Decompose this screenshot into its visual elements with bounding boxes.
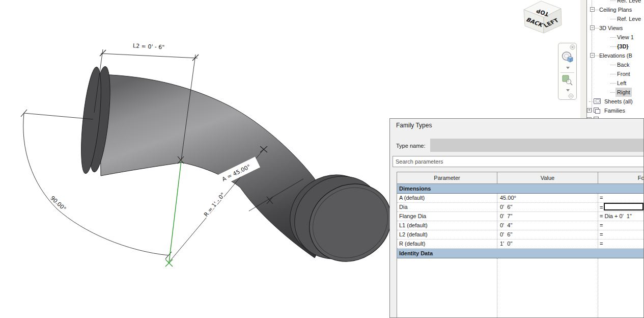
column-header-value[interactable]: Value [497, 172, 598, 183]
parameter-row-r-default: R (default)1' 0"= [397, 240, 644, 249]
project-browser-tree: Ref. Leve−Ceiling PlansRef. Leve−3D View… [587, 0, 644, 118]
parameter-value-cell[interactable]: 1' 0" [497, 240, 598, 248]
section-header-identity-data[interactable]: Identity Data [397, 249, 644, 258]
section-header-dimensions[interactable]: Dimensions [397, 184, 644, 194]
tree-item-label[interactable]: 3D Views [599, 23, 623, 33]
family-types-table: Parameter Value Formula DimensionsA (def… [397, 172, 644, 318]
tree-connector [595, 56, 599, 56]
tree-expander-collapse-icon[interactable]: − [590, 7, 595, 12]
parameter-value-cell[interactable]: 0' 4" [497, 221, 598, 230]
tree-item-3d-views[interactable]: −3D Views [587, 23, 644, 33]
parameter-formula-cell[interactable]: = [598, 240, 644, 248]
tree-connector [610, 37, 616, 38]
steering-wheel-button[interactable] [562, 51, 574, 64]
navigation-bar [558, 43, 577, 100]
search-parameters-input[interactable] [393, 156, 644, 167]
table-empty-area [397, 258, 644, 318]
tree-connector [595, 28, 599, 29]
chevron-down-icon[interactable] [566, 89, 570, 92]
tree-connector [610, 65, 616, 65]
parameter-name-cell: A (default) [397, 194, 497, 202]
tree-item-label[interactable]: Back [617, 60, 629, 69]
tree-item-right[interactable]: Right [587, 88, 644, 97]
parameter-name-cell: R (default) [397, 240, 497, 248]
tree-item-label[interactable]: Left [617, 78, 626, 88]
tree-item-label[interactable]: {3D} [617, 42, 629, 51]
tree-item-families[interactable]: +Families [587, 106, 644, 115]
parameter-row-dia: Dia0' 6"= [397, 203, 644, 212]
pan-minus-icon[interactable] [568, 93, 574, 99]
tree-item-label[interactable]: Ceiling Plans [599, 5, 632, 14]
dialog-title: Family Types [396, 122, 432, 129]
tree-item-label[interactable]: Sheets (all) [604, 97, 633, 106]
tree-connector [610, 46, 616, 47]
table-body: DimensionsA (default)45.00°=Dia0' 6"=Fla… [397, 184, 644, 318]
tree-expander-expand-icon[interactable]: + [587, 108, 592, 113]
dimension-label-radius[interactable]: R = 1' - 0" [203, 192, 227, 218]
tree-item-sheets-all[interactable]: Sheets (all) [587, 97, 644, 106]
parameter-row-l1-default: L1 (default)0' 4"= [397, 221, 644, 230]
navbar-divider [561, 72, 574, 73]
l2-tick-marks [100, 50, 199, 61]
tree-item-ceiling-plans[interactable]: −Ceiling Plans [587, 5, 644, 14]
viewcube[interactable]: TOP BACK LEFT [524, 1, 562, 33]
parameter-value-cell[interactable]: 0' 6" [497, 203, 598, 211]
tree-connector [610, 1, 616, 1]
tree-item-label[interactable]: View 1 [617, 33, 634, 42]
navbar-close-icon[interactable] [570, 44, 575, 50]
parameter-formula-cell[interactable]: = [598, 203, 644, 211]
tree-item-back[interactable]: Back [587, 60, 644, 69]
tree-item-left[interactable]: Left [587, 78, 644, 88]
parameter-name-cell: L2 (default) [397, 230, 497, 239]
parameter-formula-cell[interactable]: = [598, 230, 644, 239]
table-header-row: Parameter Value Formula [397, 172, 644, 184]
tree-connector [595, 10, 599, 10]
chevron-down-icon[interactable] [566, 67, 570, 69]
tree-item-label[interactable]: Ref. Leve [617, 14, 641, 23]
parameter-row-flange-dia: Flange Dia0' 7"= Dia + 0' 1" [397, 212, 644, 221]
tree-item-label[interactable]: Right [615, 88, 632, 97]
tree-item-label[interactable]: Elevations (B [599, 51, 632, 60]
column-header-formula[interactable]: Formula [598, 172, 644, 183]
parameter-formula-cell[interactable]: = Dia + 0' 1" [598, 212, 644, 221]
column-header-parameter[interactable]: Parameter [397, 172, 497, 183]
parameter-value-cell[interactable]: 0' 7" [497, 212, 598, 221]
tree-connector [589, 101, 593, 102]
tree-item-ref-leve[interactable]: Ref. Leve [587, 14, 644, 23]
dimension-label-l2[interactable]: L2 = 0' - 6" [133, 42, 165, 50]
tree-item-elevations-b[interactable]: −Elevations (B [587, 51, 644, 60]
parameter-row-a-default: A (default)45.00°= [397, 194, 644, 203]
empty-cell [397, 258, 497, 318]
l2-dimension-line [101, 54, 198, 58]
parameter-formula-cell[interactable]: = [598, 221, 644, 230]
tree-expander-collapse-icon[interactable]: − [590, 53, 595, 58]
zoom-region-button[interactable] [562, 75, 573, 86]
green-reference-line[interactable] [169, 161, 181, 262]
parameter-formula-cell[interactable]: = [598, 194, 644, 202]
tree-expander-collapse-icon[interactable]: − [590, 25, 595, 30]
type-name-label: Type name: [396, 143, 425, 149]
tree-item-label[interactable]: Front [617, 69, 630, 78]
formula-edit-box[interactable] [604, 203, 643, 210]
parameter-name-cell: Dia [397, 203, 497, 211]
tree-item-label[interactable]: Families [604, 106, 625, 115]
tree-connector [610, 74, 616, 74]
parameter-value-cell[interactable]: 0' 6" [497, 230, 598, 239]
parameter-name-cell: L1 (default) [397, 221, 497, 230]
tree-item-front[interactable]: Front [587, 69, 644, 78]
sheets-icon [594, 98, 601, 104]
tree-connector [610, 19, 616, 19]
tree-connector [610, 83, 616, 84]
revit-family-editor-window: L2 = 0' - 6" 90.00° R = 1' - 0" A = 45.0… [0, 0, 644, 318]
tree-item-3d[interactable]: {3D} [587, 42, 644, 51]
empty-cell [598, 258, 644, 318]
parameter-name-cell: Flange Dia [397, 212, 497, 221]
empty-cell [497, 258, 598, 318]
tree-item-label[interactable]: Ref. Leve [617, 0, 641, 5]
families-icon [594, 108, 601, 114]
type-name-field[interactable] [430, 139, 644, 152]
parameter-value-cell[interactable]: 45.00° [497, 194, 598, 202]
tree-item-view-1[interactable]: View 1 [587, 33, 644, 42]
family-types-dialog: Family Types Type name: Parameter Value … [389, 118, 644, 318]
tree-item-ref-leve[interactable]: Ref. Leve [587, 0, 644, 5]
